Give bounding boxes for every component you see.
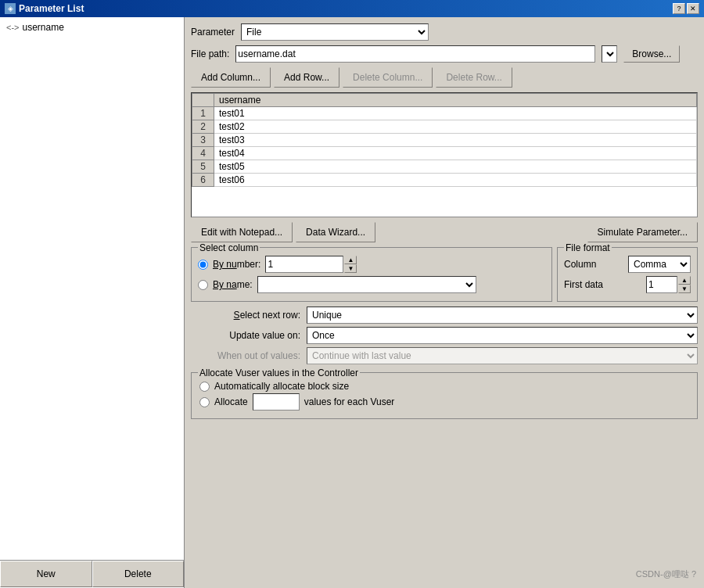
select-next-row-label: Select next row: <box>191 310 300 321</box>
first-data-label: First data <box>564 279 603 290</box>
first-data-row: First data 1 ▲ ▼ <box>564 276 691 293</box>
table-row[interactable]: 6test06 <box>192 174 697 187</box>
title-bar-buttons: ? ✕ <box>673 3 699 14</box>
first-data-spinner-buttons: ▲ ▼ <box>678 276 691 293</box>
main-container: <-> username New Delete Parameter File R… <box>0 17 704 588</box>
window-title: Parameter List <box>19 3 84 14</box>
column-format-row: Column Comma Tab Space Other <box>564 256 691 273</box>
table-row[interactable]: 1test01 <box>192 107 697 120</box>
table-row[interactable]: 4test04 <box>192 147 697 160</box>
row-username: test03 <box>214 134 697 147</box>
delete-button[interactable]: Delete <box>92 561 185 587</box>
row-num-header <box>192 94 214 107</box>
parameter-row: Parameter File Random Number Unique Numb… <box>191 23 698 41</box>
tree-item-username[interactable]: <-> username <box>3 20 181 34</box>
allocate-row-custom: Allocate values for each Vuser <box>199 393 689 411</box>
row-username: test04 <box>214 147 697 160</box>
by-number-label-rest: mber: <box>237 259 261 270</box>
row-number: 6 <box>192 174 214 187</box>
add-row-label: Add Row... <box>284 72 329 83</box>
bottom-section: Select next row: Unique Sequential Rando… <box>191 307 698 419</box>
allocate-group: Allocate Vuser values in the Controller … <box>191 372 698 419</box>
add-column-label: Add Column... <box>201 72 260 83</box>
first-data-up-button[interactable]: ▲ <box>678 276 691 285</box>
update-value-on-label: Update value on: <box>191 330 300 341</box>
add-column-button[interactable]: Add Column... <box>191 67 271 88</box>
row-username: test02 <box>214 120 697 134</box>
by-number-down-button[interactable]: ▼ <box>344 264 357 273</box>
when-out-of-values-label: When out of values: <box>191 350 300 361</box>
filepath-row: File path: username.dat Browse... <box>191 45 698 63</box>
simulate-param-label: Simulate Parameter... <box>598 227 688 238</box>
by-number-label-text: By nu <box>213 259 237 270</box>
select-next-row-row: Select next row: Unique Sequential Rando… <box>191 307 698 324</box>
manual-allocate-radio[interactable] <box>199 397 210 407</box>
delete-row-button[interactable]: Delete Row... <box>436 67 512 88</box>
auto-allocate-label: Automatically allocate block size <box>214 381 349 392</box>
column-format-dropdown[interactable]: Comma Tab Space Other <box>628 256 691 273</box>
parameter-dropdown[interactable]: File Random Number Unique Number User De… <box>241 23 429 41</box>
allocate-label: Allocate <box>214 396 248 407</box>
first-data-down-button[interactable]: ▼ <box>678 285 691 293</box>
filepath-label: File path: <box>191 48 229 59</box>
by-number-label[interactable]: By number: <box>213 259 260 270</box>
by-number-row: By number: 1 ▲ ▼ <box>198 256 545 273</box>
row-username: test01 <box>214 107 697 120</box>
table-row[interactable]: 5test05 <box>192 160 697 174</box>
select-column-group: Select column By number: 1 ▲ ▼ <box>191 247 552 302</box>
data-table: username 1test012test023test034test045te… <box>192 93 697 187</box>
app-icon: ◈ <box>5 3 16 14</box>
by-name-label-text: By na <box>213 279 237 290</box>
by-name-label[interactable]: By name: <box>213 279 253 290</box>
row-number: 3 <box>192 134 214 147</box>
browse-button[interactable]: Browse... <box>623 45 680 63</box>
by-number-radio[interactable] <box>198 260 208 270</box>
by-number-input[interactable]: 1 <box>265 256 343 273</box>
data-grid: username 1test012test023test034test045te… <box>191 92 698 217</box>
left-panel: <-> username New Delete <box>0 17 185 588</box>
file-format-group: File format Column Comma Tab Space Other… <box>557 247 698 302</box>
help-button[interactable]: ? <box>673 3 685 14</box>
delete-button-label: Delete <box>124 568 152 579</box>
left-panel-footer: New Delete <box>0 560 184 588</box>
by-name-label-rest: me: <box>237 279 253 290</box>
row-number: 2 <box>192 120 214 134</box>
data-wizard-label: Data Wizard... <box>306 227 365 238</box>
close-button[interactable]: ✕ <box>687 3 699 14</box>
add-row-button[interactable]: Add Row... <box>274 67 339 88</box>
select-next-rest: elect next row: <box>240 310 300 321</box>
row-username: test06 <box>214 174 697 187</box>
delete-row-label: Delete Row... <box>446 72 501 83</box>
row-number: 1 <box>192 107 214 120</box>
edit-notepad-label: Edit with Notepad... <box>201 227 282 238</box>
select-next-row-dropdown[interactable]: Unique Sequential Random Same Line As... <box>307 307 698 324</box>
data-wizard-button[interactable]: Data Wizard... <box>296 222 375 242</box>
table-row[interactable]: 3test03 <box>192 134 697 147</box>
panels-row: Select column By number: 1 ▲ ▼ <box>191 247 698 302</box>
allocate-title: Allocate Vuser values in the Controller <box>198 368 360 378</box>
when-out-of-values-dropdown[interactable]: Continue with last value Cycle Stop Vuse… <box>307 347 698 364</box>
auto-allocate-row: Automatically allocate block size <box>199 381 689 392</box>
edit-notepad-button[interactable]: Edit with Notepad... <box>191 222 293 242</box>
delete-column-label: Delete Column... <box>353 72 422 83</box>
file-format-title: File format <box>564 242 612 253</box>
username-header: username <box>214 94 697 107</box>
first-data-input[interactable]: 1 <box>646 276 677 293</box>
simulate-param-button[interactable]: Simulate Parameter... <box>587 222 698 242</box>
action-buttons-row: Add Column... Add Row... Delete Column..… <box>191 67 698 88</box>
by-name-radio[interactable] <box>198 280 208 290</box>
by-name-dropdown[interactable] <box>257 276 476 293</box>
table-row[interactable]: 2test02 <box>192 120 697 134</box>
filepath-dropdown[interactable] <box>602 45 617 63</box>
tree-panel: <-> username <box>0 17 184 560</box>
new-button[interactable]: New <box>0 561 92 587</box>
by-name-row: By name: <box>198 276 545 293</box>
tree-item-icon: <-> <box>6 23 20 32</box>
update-value-on-dropdown[interactable]: Once Each Iteration Each Occurrence <box>307 327 698 344</box>
select-next-underline: S <box>234 310 240 321</box>
filepath-input[interactable]: username.dat <box>235 45 595 63</box>
auto-allocate-radio[interactable] <box>199 382 210 392</box>
by-number-up-button[interactable]: ▲ <box>344 256 357 264</box>
allocate-input[interactable] <box>253 393 300 411</box>
delete-column-button[interactable]: Delete Column... <box>343 67 433 88</box>
